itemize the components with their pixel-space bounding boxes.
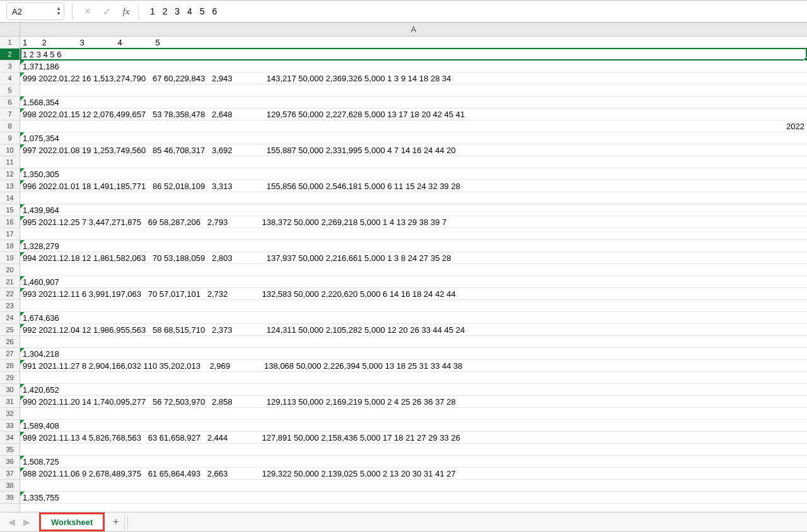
- row-header-30[interactable]: 30: [0, 384, 20, 396]
- cell-A11[interactable]: [20, 156, 807, 168]
- row-header-34[interactable]: 34: [0, 432, 20, 444]
- cell-A16[interactable]: 995 2021.12.25 7 3,447,271,875 69 58,287…: [20, 216, 807, 228]
- row-header-14[interactable]: 14: [0, 192, 20, 204]
- sheet-tab-worksheet[interactable]: Worksheet: [40, 514, 103, 530]
- cell-A39[interactable]: 1,335,755: [20, 492, 807, 504]
- cancel-button[interactable]: ×: [80, 4, 95, 19]
- row-header-18[interactable]: 18: [0, 240, 20, 252]
- tab-next-button[interactable]: ▶: [19, 514, 34, 529]
- row-header-31[interactable]: 31: [0, 396, 20, 408]
- formula-input[interactable]: 1 2 3 4 5 6: [142, 6, 802, 16]
- fx-label[interactable]: fx: [118, 6, 134, 17]
- row-header-28[interactable]: 28: [0, 360, 20, 372]
- select-all-corner[interactable]: [0, 23, 20, 37]
- row-header-7[interactable]: 7: [0, 108, 20, 120]
- row-header-6[interactable]: 6: [0, 96, 20, 108]
- cell-A7[interactable]: 998 2022.01.15 12 2,076,499,657 53 78,35…: [20, 108, 807, 120]
- cell-A27[interactable]: 1,304,218: [20, 348, 807, 360]
- row-header-33[interactable]: 33: [0, 420, 20, 432]
- cell-A30[interactable]: 1,420,652: [20, 384, 807, 396]
- cell-A23[interactable]: [20, 300, 807, 312]
- cell-A34[interactable]: 989 2021.11.13 4 5,826,768,563 63 61,658…: [20, 432, 807, 444]
- row-header-9[interactable]: 9: [0, 132, 20, 144]
- cell-A36[interactable]: 1,508,725: [20, 456, 807, 468]
- cells-area[interactable]: 123451 2 3 4 5 61,371,186999 2022.01.22 …: [20, 37, 807, 512]
- row-header-19[interactable]: 19: [0, 252, 20, 264]
- row-header-32[interactable]: 32: [0, 408, 20, 420]
- cell-A32[interactable]: [20, 408, 807, 420]
- separator: [138, 4, 139, 19]
- row-headers: 1234567891011121314151617181920212223242…: [0, 37, 20, 512]
- row-header-16[interactable]: 16: [0, 216, 20, 228]
- error-indicator-icon: [20, 324, 25, 328]
- stepper-down-icon[interactable]: ▼: [56, 11, 61, 16]
- cell-A13[interactable]: 996 2022.01.01 18 1,491,185,771 86 52,01…: [20, 180, 807, 192]
- cell-A18[interactable]: 1,328,279: [20, 240, 807, 252]
- row-header-10[interactable]: 10: [0, 144, 20, 156]
- cell-A35[interactable]: [20, 444, 807, 456]
- cell-A37[interactable]: 988 2021.11.06 9 2,678,489,375 61 65,864…: [20, 468, 807, 480]
- row-header-35[interactable]: 35: [0, 444, 20, 456]
- cell-A25[interactable]: 992 2021.12.04 12 1,986,955,563 58 68,51…: [20, 324, 807, 336]
- row-header-26[interactable]: 26: [0, 336, 20, 348]
- cell-A38[interactable]: [20, 480, 807, 492]
- cell-A12[interactable]: 1,350,305: [20, 168, 807, 180]
- cell-A26[interactable]: [20, 336, 807, 348]
- row-header-29[interactable]: 29: [0, 372, 20, 384]
- cell-A21[interactable]: 1,460,907: [20, 276, 807, 288]
- row-header-15[interactable]: 15: [0, 204, 20, 216]
- confirm-button[interactable]: ✓: [99, 4, 114, 19]
- name-box-stepper[interactable]: ▲ ▼: [56, 6, 61, 16]
- row-header-2[interactable]: 2: [0, 49, 20, 61]
- cell-A33[interactable]: 1,589,408: [20, 420, 807, 432]
- row-header-20[interactable]: 20: [0, 264, 20, 276]
- cell-A10[interactable]: 997 2022.01.08 19 1,253,749,560 85 46,70…: [20, 144, 807, 156]
- cell-A2[interactable]: 1 2 3 4 5 6: [20, 49, 807, 61]
- cell-value: 1,568,354: [23, 98, 59, 107]
- row-header-39[interactable]: 39: [0, 492, 20, 504]
- row-header-12[interactable]: 12: [0, 168, 20, 180]
- row-header-11[interactable]: 11: [0, 156, 20, 168]
- row-header-8[interactable]: 8: [0, 120, 20, 132]
- cell-A3[interactable]: 1,371,186: [20, 61, 807, 72]
- cell-A31[interactable]: 990 2021.11.20 14 1,740,095,277 56 72,50…: [20, 396, 807, 408]
- row-header-5[interactable]: 5: [0, 84, 20, 96]
- cell-A4[interactable]: 999 2022.01.22 16 1,513,274,790 67 60,22…: [20, 72, 807, 84]
- cell-A8[interactable]: 2022: [20, 120, 807, 132]
- row-header-24[interactable]: 24: [0, 312, 20, 324]
- row-header-13[interactable]: 13: [0, 180, 20, 192]
- row-header-23[interactable]: 23: [0, 300, 20, 312]
- row-header-4[interactable]: 4: [0, 72, 20, 84]
- row-header-27[interactable]: 27: [0, 348, 20, 360]
- column-label: A: [411, 25, 416, 34]
- cell-A5[interactable]: [20, 84, 807, 96]
- cell-A22[interactable]: 993 2021.12.11 6 3,991,197,063 70 57,017…: [20, 288, 807, 300]
- name-box[interactable]: A2 ▲ ▼: [6, 3, 64, 20]
- cell-A6[interactable]: 1,568,354: [20, 96, 807, 108]
- row-header-37[interactable]: 37: [0, 468, 20, 480]
- cell-A20[interactable]: [20, 264, 807, 276]
- tab-prev-button[interactable]: ◀: [4, 514, 19, 529]
- row-header-3[interactable]: 3: [0, 61, 20, 72]
- row-header-38[interactable]: 38: [0, 480, 20, 492]
- cell-A24[interactable]: 1,674,636: [20, 312, 807, 324]
- row-header-36[interactable]: 36: [0, 456, 20, 468]
- add-sheet-button[interactable]: +: [107, 514, 125, 530]
- cell-A29[interactable]: [20, 372, 807, 384]
- error-indicator-icon: [20, 96, 25, 101]
- error-indicator-icon: [20, 132, 25, 137]
- error-indicator-icon: [20, 240, 25, 245]
- row-header-22[interactable]: 22: [0, 288, 20, 300]
- row-header-1[interactable]: 1: [0, 37, 20, 49]
- cell-A15[interactable]: 1,439,964: [20, 204, 807, 216]
- cell-A17[interactable]: [20, 228, 807, 240]
- cell-A28[interactable]: 991 2021.11.27 8 2,904,166,032 110 35,20…: [20, 360, 807, 372]
- cell-A14[interactable]: [20, 192, 807, 204]
- cell-A19[interactable]: 994 2021.12.18 12 1,861,582,063 70 53,18…: [20, 252, 807, 264]
- row-header-25[interactable]: 25: [0, 324, 20, 336]
- column-header-A[interactable]: A: [20, 23, 807, 37]
- row-header-17[interactable]: 17: [0, 228, 20, 240]
- cell-A9[interactable]: 1,075,354: [20, 132, 807, 144]
- row-header-21[interactable]: 21: [0, 276, 20, 288]
- cell-A1[interactable]: 12345: [20, 37, 807, 49]
